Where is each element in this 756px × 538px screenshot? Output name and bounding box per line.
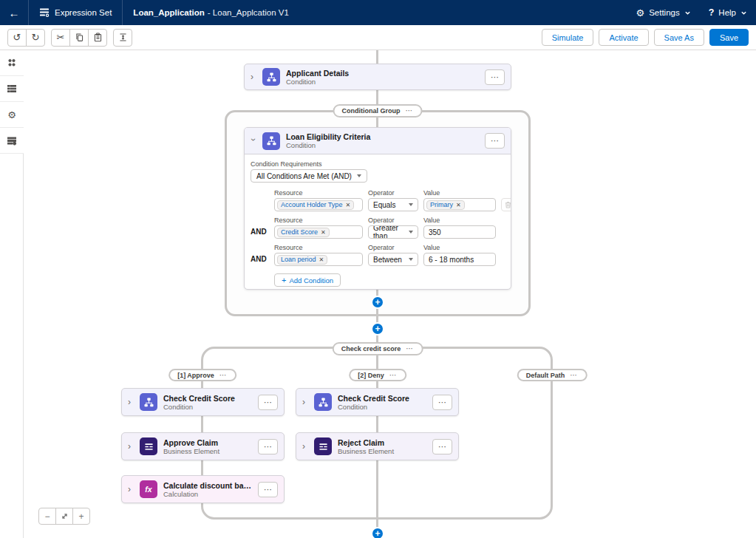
add-condition-button[interactable]: + Add Condition [274, 273, 341, 287]
node-menu-button[interactable]: ⋯ [258, 395, 278, 410]
node-menu-button[interactable]: ⋯ [485, 133, 505, 149]
operator-select[interactable]: Between [368, 253, 418, 266]
page-title: Loan_Application - Loan_Applcation V1 [123, 8, 299, 17]
node-check-credit-score-approve[interactable]: › Check Credit Score Condition ⋯ [121, 388, 285, 416]
node-menu-button[interactable]: ⋯ [258, 439, 278, 454]
value-input[interactable]: 350 [423, 225, 496, 239]
pill-menu-icon[interactable]: ⋯ [406, 107, 414, 115]
sidebar-elements-button[interactable] [0, 50, 24, 76]
node-loan-eligibility-criteria: › Loan Eligibility Criteria Condition ⋯ … [244, 127, 511, 290]
requirements-select[interactable]: All Conditions Are Met (AND) [251, 169, 367, 183]
node-menu-button[interactable]: ⋯ [432, 395, 452, 410]
branch-pill-approve[interactable]: [1] Approve ⋯ [168, 369, 236, 381]
remove-pill-icon[interactable]: ✕ [456, 202, 461, 208]
save-button[interactable]: Save [709, 29, 749, 46]
canvas-toolbar: ↺ ↻ ✂ Simulate Activate Save As Save [0, 25, 756, 50]
resource-input[interactable]: Account Holder Type✕ [274, 198, 363, 211]
pill-menu-icon[interactable]: ⋯ [389, 372, 398, 379]
sidebar-settings-button[interactable]: ⚙ [0, 102, 24, 128]
remove-pill-icon[interactable]: ✕ [319, 256, 324, 263]
node-reject-claim[interactable]: › Reject Claim Business Element ⋯ [296, 432, 459, 460]
expression-rows-icon [7, 135, 17, 146]
value-pill[interactable]: Primary✕ [426, 200, 465, 210]
paste-button[interactable] [88, 29, 107, 47]
condition-row: AND Resource Loan period✕ Operator Betwe… [251, 244, 506, 266]
expand-chevron-icon[interactable]: › [128, 442, 134, 451]
simulate-button[interactable]: Simulate [542, 29, 594, 46]
pill-menu-icon[interactable]: ⋯ [570, 372, 578, 379]
save-as-button[interactable]: Save As [654, 29, 704, 46]
operator-value: Equals [373, 201, 396, 209]
node-menu-button[interactable]: ⋯ [258, 482, 278, 497]
delete-condition-button[interactable] [501, 198, 511, 211]
collapse-chevron-icon[interactable]: › [249, 138, 258, 144]
calculation-icon: fx [140, 480, 157, 498]
back-button[interactable]: ← [0, 0, 28, 25]
branch-label: Check credit score [341, 345, 401, 353]
expand-chevron-icon[interactable]: › [251, 72, 256, 81]
record-version: - Loan_Applcation V1 [208, 8, 289, 17]
copy-button[interactable] [69, 29, 89, 47]
resource-pill[interactable]: Loan period✕ [277, 255, 327, 265]
condition-icon [262, 68, 280, 86]
remove-pill-icon[interactable]: ✕ [345, 202, 350, 208]
expand-chevron-icon[interactable]: › [128, 398, 134, 406]
fit-to-view-button[interactable] [55, 508, 73, 525]
operator-select[interactable]: Equals [368, 198, 418, 211]
add-element-button[interactable]: + [371, 322, 384, 336]
resource-input[interactable]: Loan period✕ [274, 253, 363, 266]
add-condition-label: Add Condition [289, 276, 333, 285]
zoom-in-button[interactable]: + [72, 508, 90, 525]
sidebar-list-button[interactable] [0, 76, 24, 102]
settings-menu[interactable]: ⚙ Settings [627, 0, 699, 25]
zoom-out-button[interactable]: − [38, 508, 56, 525]
settings-label: Settings [649, 8, 680, 17]
operator-select[interactable]: Greater than [368, 225, 418, 239]
help-menu[interactable]: ? Help [700, 0, 756, 25]
requirements-label: Condition Requirements [251, 160, 506, 168]
node-menu-button[interactable]: ⋯ [432, 439, 452, 454]
list-icon [7, 84, 17, 94]
node-check-credit-score-deny[interactable]: › Check Credit Score Condition ⋯ [296, 388, 459, 416]
fx-glyph: fx [145, 485, 151, 494]
node-title: Calculate discount based on customer... [163, 481, 252, 490]
conditional-group-pill[interactable]: Conditional Group ⋯ [333, 104, 423, 118]
value-text: 350 [429, 228, 441, 236]
node-header[interactable]: › Loan Eligibility Criteria Condition ⋯ [245, 128, 511, 154]
node-menu-button[interactable]: ⋯ [485, 69, 505, 85]
pill-menu-icon[interactable]: ⋯ [406, 345, 414, 353]
redo-icon: ↻ [32, 32, 40, 43]
remove-pill-icon[interactable]: ✕ [321, 229, 326, 236]
node-approve-claim[interactable]: › Approve Claim Business Element ⋯ [121, 432, 285, 460]
add-element-button[interactable]: + [371, 527, 384, 538]
expand-chevron-icon[interactable]: › [302, 442, 308, 451]
branch-root-pill[interactable]: Check credit score ⋯ [333, 342, 423, 355]
value-label: Value [423, 189, 496, 197]
resource-label: Resource [274, 189, 363, 197]
undo-button[interactable]: ↺ [7, 29, 27, 47]
cut-button[interactable]: ✂ [51, 29, 70, 47]
add-element-button[interactable]: + [371, 296, 384, 309]
pill-menu-icon[interactable]: ⋯ [219, 372, 228, 379]
connector-line [376, 50, 378, 65]
resource-pill[interactable]: Credit Score✕ [277, 228, 330, 237]
node-title: Check Credit Score [338, 394, 426, 403]
branch-pill-default[interactable]: Default Path ⋯ [517, 369, 588, 381]
operator-value: Greater than [373, 225, 409, 239]
activate-button[interactable]: Activate [599, 29, 648, 46]
node-title: Approve Claim [163, 438, 252, 447]
node-applicant-details[interactable]: › Applicant Details Condition ⋯ [244, 64, 511, 90]
value-input[interactable]: 6 - 18 months [423, 253, 496, 266]
branch-pill-deny[interactable]: [2] Deny ⋯ [349, 369, 406, 381]
expand-chevron-icon[interactable]: › [302, 398, 308, 406]
expand-chevron-icon[interactable]: › [128, 485, 134, 494]
value-input[interactable]: Primary✕ [423, 198, 496, 211]
resource-pill[interactable]: Account Holder Type✕ [277, 200, 354, 210]
node-calculate-discount[interactable]: › fx Calculate discount based on custome… [121, 475, 285, 503]
plus-icon: + [78, 511, 84, 522]
align-elements-button[interactable] [113, 29, 132, 47]
sidebar-expression-set-button[interactable] [0, 128, 24, 154]
redo-button[interactable]: ↻ [26, 29, 45, 47]
operator-value: Between [373, 256, 402, 264]
resource-input[interactable]: Credit Score✕ [274, 225, 363, 239]
